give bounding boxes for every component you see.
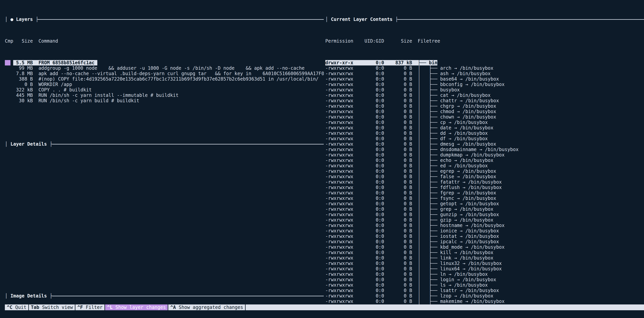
panel-border-tick: │ — [325, 17, 331, 22]
file-uid-gid: 0:0 — [353, 217, 384, 223]
file-row[interactable]: -rwxrwxrwx0:00 B│ ├── date → /bin/busybo… — [325, 125, 644, 131]
file-row[interactable]: -rwxrwxrwx0:00 B│ ├── ed → /bin/busybox — [325, 163, 644, 168]
layer-text: 0 BWORKDIR /app — [13, 82, 72, 87]
file-uid-gid: 0:0 — [353, 163, 384, 168]
file-row[interactable]: -rwxrwxrwx0:00 B│ ├── iostat → /bin/busy… — [325, 234, 644, 239]
file-row[interactable]: -rwxrwxrwx0:00 B│ ├── false → /bin/busyb… — [325, 174, 644, 179]
layer-row[interactable]: 0 BWORKDIR /app — [5, 82, 324, 87]
file-row[interactable]: -rwxrwxrwx0:00 B│ ├── fdflush → /bin/bus… — [325, 185, 644, 190]
file-row[interactable]: -rwxrwxrwx0:00 B│ ├── bbconfig → /bin/bu… — [325, 82, 644, 87]
file-row[interactable]: -rwxrwxrwx0:00 B│ ├── ls → /bin/busybox — [325, 282, 644, 288]
file-row[interactable]: -rwxrwxrwx0:00 B│ ├── chown → /bin/busyb… — [325, 114, 644, 120]
file-row[interactable]: -rwxrwxrwx0:00 B│ ├── arch → /bin/busybo… — [325, 65, 644, 71]
file-row[interactable]: -rwxrwxrwx0:00 B│ ├── fgrep → /bin/busyb… — [325, 190, 644, 196]
file-row[interactable]: -rwxrwxrwx0:00 B│ ├── link → /bin/busybo… — [325, 255, 644, 261]
file-row[interactable]: -rwxrwxrwx0:00 B│ ├── cat → /bin/busybox — [325, 93, 644, 98]
file-row[interactable]: drwxr-xr-x0:0837 kB├── bin — [325, 60, 644, 65]
file-text: -rwxrwxrwx0:00 B│ ├── ls → /bin/busybox — [325, 282, 488, 288]
file-size: 0 B — [384, 288, 412, 293]
file-row[interactable]: -rwxrwxrwx0:00 B│ ├── login → /bin/busyb… — [325, 277, 644, 282]
file-row[interactable]: -rwxrwxrwx0:00 B│ ├── chmod → /bin/busyb… — [325, 109, 644, 114]
file-uid-gid: 0:0 — [353, 206, 384, 212]
file-uid-gid: 0:0 — [353, 261, 384, 266]
file-size: 0 B — [384, 147, 412, 152]
layer-list: 5.5 MBFROM 6858b851e6fc1ac 99 MBaddgroup… — [5, 60, 324, 103]
file-permission: -rwxrwxrwx — [325, 288, 353, 293]
layer-row[interactable]: 388 B#(nop) COPY file:4d192565a7220e135c… — [5, 76, 324, 82]
file-row[interactable]: -rwxrwxrwx0:00 B│ ├── cp → /bin/busybox — [325, 120, 644, 125]
file-row[interactable]: -rwxrwxrwx0:00 B│ ├── echo → /bin/busybo… — [325, 158, 644, 163]
file-row[interactable]: -rwxrwxrwx0:00 B│ ├── fsync → /bin/busyb… — [325, 196, 644, 201]
file-row[interactable]: -rwxrwxrwx0:00 B│ ├── linux64 → /bin/bus… — [325, 266, 644, 272]
file-row[interactable]: -rwxrwxrwx0:00 B│ ├── base64 → /bin/busy… — [325, 76, 644, 82]
file-row[interactable]: -rwxrwxrwx0:00 B│ ├── egrep → /bin/busyb… — [325, 168, 644, 174]
layer-text: 445 MBRUN /bin/sh -c yarn install --immu… — [13, 93, 178, 98]
file-uid-gid: 0:0 — [353, 147, 384, 152]
file-permission: -rwxrwxrwx — [325, 299, 353, 304]
file-row[interactable]: -rwxrwxrwx0:00 B│ ├── dumpkmap → /bin/bu… — [325, 152, 644, 158]
file-permission: -rwxrwxrwx — [325, 125, 353, 131]
layers-panel-header[interactable]: │ ● Layers ├ — [5, 17, 324, 22]
file-uid-gid: 0:0 — [353, 266, 384, 272]
file-permission: -rwxrwxrwx — [325, 168, 353, 174]
file-permission: -rwxrwxrwx — [325, 120, 353, 125]
file-tree-entry: │ ├── chgrp → /bin/busybox — [418, 103, 496, 109]
file-row[interactable]: -rwxrwxrwx0:00 B│ ├── hostname → /bin/bu… — [325, 223, 644, 228]
file-row[interactable]: -rwxrwxrwx0:00 B│ ├── chgrp → /bin/busyb… — [325, 103, 644, 109]
file-row[interactable]: -rwxrwxrwx0:00 B│ ├── getopt → /bin/busy… — [325, 201, 644, 206]
file-row[interactable]: -rwxrwxrwx0:00 B│ ├── dd → /bin/busybox — [325, 131, 644, 136]
file-tree-entry: │ ├── lsattr → /bin/busybox — [418, 288, 499, 293]
statusbar-item-switch-view[interactable]: Tab Switch view — [29, 305, 76, 310]
file-size: 0 B — [384, 272, 412, 277]
statusbar-item-quit[interactable]: ^C Quit — [5, 305, 29, 310]
file-row[interactable]: -rwxrwxrwx0:00 B│ ├── kbd_mode → /bin/bu… — [325, 244, 644, 250]
layer-row[interactable]: 322 kBCOPY . . # buildkit — [5, 87, 324, 93]
panel-border-line — [38, 19, 324, 20]
statusbar-item-show-aggregated-changes[interactable]: ^A Show aggregated changes — [168, 305, 246, 310]
file-text: -rwxrwxrwx0:00 B│ ├── fsync → /bin/busyb… — [325, 196, 496, 201]
file-row[interactable]: -rwxrwxrwx0:00 B│ ├── dmesg → /bin/busyb… — [325, 141, 644, 147]
layer-row[interactable]: 7.8 MBapk add --no-cache --virtual .buil… — [5, 71, 324, 76]
file-tree-entry: │ ├── cp → /bin/busybox — [418, 120, 488, 125]
file-row[interactable]: -rwxrwxrwx0:00 B│ ├── busybox — [325, 87, 644, 93]
file-row[interactable]: -rwxrwxrwx0:00 B│ ├── ln → /bin/busybox — [325, 272, 644, 277]
status-bar: ^C QuitTab Switch view^F Filter^L Show l… — [0, 305, 644, 310]
layer-row[interactable]: 99 MBaddgroup -g 1000 node && adduser -u… — [5, 65, 324, 71]
file-tree-entry: │ ├── cat → /bin/busybox — [418, 93, 491, 98]
file-row[interactable]: -rwxrwxrwx0:00 B│ ├── chattr → /bin/busy… — [325, 98, 644, 103]
layer-command-value-line: #(nop) ADD file:a2648378045615c3785c7524… — [5, 250, 324, 255]
file-tree-entry: │ ├── dd → /bin/busybox — [418, 131, 488, 136]
file-text: -rwxrwxrwx0:00 B│ ├── hostname → /bin/bu… — [325, 223, 504, 228]
file-uid-gid: 0:0 — [353, 82, 384, 87]
layer-row[interactable]: 30 kBRUN /bin/sh -c yarn build # buildki… — [5, 98, 324, 103]
file-row[interactable]: -rwxrwxrwx0:00 B│ ├── gzip → /bin/busybo… — [325, 217, 644, 223]
file-row[interactable]: -rwxrwxrwx0:00 B│ ├── dnsdomainname → /b… — [325, 147, 644, 152]
file-row[interactable]: -rwxrwxrwx0:00 B│ ├── df → /bin/busybox — [325, 136, 644, 141]
file-row[interactable]: -rwxrwxrwx0:00 B│ ├── makemime → /bin/bu… — [325, 299, 644, 304]
file-row[interactable]: -rwxrwxrwx0:00 B│ ├── gunzip → /bin/busy… — [325, 212, 644, 217]
file-permission: -rwxrwxrwx — [325, 179, 353, 185]
file-tree-entry: │ ├── df → /bin/busybox — [418, 136, 488, 141]
statusbar-item-show-layer-changes[interactable]: ^L Show layer changes — [105, 305, 168, 310]
file-row[interactable]: -rwxrwxrwx0:00 B│ ├── ionice → /bin/busy… — [325, 228, 644, 234]
file-row[interactable]: -rwxrwxrwx0:00 B│ ├── lsattr → /bin/busy… — [325, 288, 644, 293]
file-row[interactable]: -rwxrwxrwx0:00 B│ ├── linux32 → /bin/bus… — [325, 261, 644, 266]
file-text: -rwxrwxrwx0:00 B│ ├── fgrep → /bin/busyb… — [325, 190, 496, 196]
file-uid-gid: 0:0 — [353, 141, 384, 147]
contents-panel-header[interactable]: │ Current Layer Contents ├ — [325, 17, 644, 22]
file-row[interactable]: -rwxrwxrwx0:00 B│ ├── kill → /bin/busybo… — [325, 250, 644, 255]
layer-row[interactable]: 445 MBRUN /bin/sh -c yarn install --immu… — [5, 93, 324, 98]
statusbar-item-filter[interactable]: ^F Filter — [76, 305, 105, 310]
layer-row[interactable]: 5.5 MBFROM 6858b851e6fc1ac — [5, 60, 324, 65]
file-row[interactable]: -rwxrwxrwx0:00 B│ ├── grep → /bin/busybo… — [325, 206, 644, 212]
file-row[interactable]: -rwxrwxrwx0:00 B│ ├── lzop → /bin/busybo… — [325, 293, 644, 299]
file-permission: -rwxrwxrwx — [325, 234, 353, 239]
file-size: 0 B — [384, 120, 412, 125]
file-row[interactable]: -rwxrwxrwx0:00 B│ ├── fatattr → /bin/bus… — [325, 179, 644, 185]
col-permission: Permission — [325, 38, 353, 44]
file-tree-entry: │ ├── dmesg → /bin/busybox — [418, 141, 496, 147]
file-row[interactable]: -rwxrwxrwx0:00 B│ ├── ipcalc → /bin/busy… — [325, 239, 644, 244]
file-row[interactable]: -rwxrwxrwx0:00 B│ ├── ash → /bin/busybox — [325, 71, 644, 76]
file-permission: -rwxrwxrwx — [325, 71, 353, 76]
layer-command: addgroup -g 1000 node && adduser -u 1000… — [38, 65, 304, 71]
